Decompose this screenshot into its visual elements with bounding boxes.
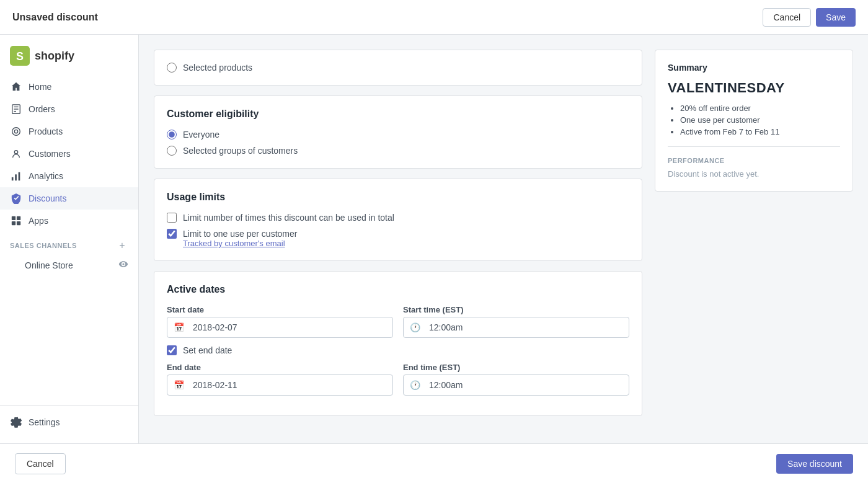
start-dates-grid: Start date 📅 Start time (EST) 🕐	[167, 305, 629, 338]
set-end-date-row: Set end date	[167, 345, 629, 355]
usage-limits-title: Usage limits	[167, 192, 629, 203]
end-dates-grid: End date 📅 End time (EST) 🕐	[167, 363, 629, 396]
start-date-calendar-icon: 📅	[167, 322, 190, 332]
set-end-date-label: Set end date	[183, 345, 232, 355]
end-time-input[interactable]	[427, 375, 629, 395]
start-time-field: Start time (EST) 🕐	[403, 305, 629, 338]
start-time-input-wrapper: 🕐	[403, 317, 629, 338]
summary-bullets: 20% off entire order One use per custome…	[668, 104, 840, 136]
sales-channels-label: SALES CHANNELS	[10, 242, 77, 249]
usage-limits-card: Usage limits Limit number of times this …	[154, 179, 642, 261]
settings-icon	[10, 416, 22, 428]
sales-channels-header: SALES CHANNELS +	[0, 232, 138, 254]
bottom-cancel-button[interactable]: Cancel	[15, 453, 66, 474]
sidebar-item-online-store[interactable]: Online Store	[0, 254, 138, 276]
logo-text: shopify	[35, 50, 74, 63]
sidebar-item-settings[interactable]: Settings	[0, 411, 138, 433]
limit-total-option[interactable]: Limit number of times this discount can …	[167, 213, 629, 223]
sidebar-item-apps[interactable]: Apps	[0, 210, 138, 232]
sidebar-item-discounts[interactable]: Discounts	[0, 187, 138, 210]
customer-eligibility-card: Selected products	[154, 50, 642, 86]
sidebar-item-discounts-label: Discounts	[29, 193, 66, 203]
start-date-input[interactable]	[190, 317, 392, 337]
summary-bullet-1: One use per customer	[680, 115, 840, 125]
set-end-date-checkbox[interactable]	[167, 345, 177, 355]
svg-rect-13	[17, 216, 20, 220]
sidebar-item-orders[interactable]: Orders	[0, 98, 138, 120]
customer-eligibility-radio-group: Everyone Selected groups of customers	[167, 130, 629, 156]
sidebar-item-customers[interactable]: Customers	[0, 143, 138, 165]
limit-total-checkbox[interactable]	[167, 213, 177, 223]
sidebar-item-home-label: Home	[29, 82, 51, 92]
end-time-input-wrapper: 🕐	[403, 374, 629, 396]
shopify-logo-icon: S	[10, 46, 30, 66]
topbar-save-button[interactable]: Save	[816, 8, 856, 27]
end-date-input-wrapper: 📅	[167, 374, 393, 396]
svg-rect-10	[15, 174, 17, 180]
add-sales-channel-button[interactable]: +	[116, 239, 128, 252]
end-date-calendar-icon: 📅	[167, 380, 190, 390]
everyone-option[interactable]: Everyone	[167, 130, 629, 140]
tracked-by-email-link[interactable]: Tracked by customer's email	[183, 239, 629, 248]
limit-per-customer-label: Limit to one use per customer	[183, 229, 297, 239]
customers-icon	[10, 148, 22, 160]
summary-title: Summary	[668, 63, 840, 73]
limit-total-label: Limit number of times this discount can …	[183, 213, 394, 223]
start-date-field: Start date 📅	[167, 305, 393, 338]
svg-point-7	[14, 130, 17, 133]
selected-groups-option[interactable]: Selected groups of customers	[167, 146, 629, 156]
selected-groups-radio[interactable]	[167, 146, 177, 156]
start-time-input[interactable]	[427, 317, 629, 337]
topbar: Unsaved discount Cancel Save	[0, 0, 868, 35]
page-title: Unsaved discount	[12, 12, 98, 23]
limit-per-customer-option[interactable]: Limit to one use per customer	[167, 229, 629, 239]
performance-label: PERFORMANCE	[668, 157, 840, 164]
main-layout: S shopify Home Orders Products	[0, 35, 868, 443]
sidebar-item-orders-label: Orders	[29, 104, 55, 114]
set-end-date-option[interactable]: Set end date	[167, 345, 629, 355]
svg-text:S: S	[16, 50, 24, 63]
usage-limits-checkbox-group: Limit number of times this discount can …	[167, 213, 629, 248]
sidebar-logo: S shopify	[0, 40, 138, 76]
summary-discount-code: VALENTINESDAY	[668, 80, 840, 96]
products-icon	[10, 125, 22, 138]
selected-products-radio[interactable]	[167, 63, 177, 73]
svg-rect-14	[12, 221, 16, 225]
svg-rect-15	[17, 221, 20, 225]
home-icon	[10, 81, 22, 93]
start-time-label: Start time (EST)	[403, 305, 629, 314]
active-dates-card: Active dates Start date 📅 Start time (ES…	[154, 271, 642, 416]
topbar-actions: Cancel Save	[763, 8, 856, 27]
performance-text: Discount is not active yet.	[668, 169, 840, 179]
customer-eligibility-section: Customer eligibility Everyone Selected g…	[154, 95, 642, 169]
summary-panel: Summary VALENTINESDAY 20% off entire ord…	[655, 50, 853, 192]
limit-per-customer-checkbox[interactable]	[167, 229, 177, 239]
topbar-cancel-button[interactable]: Cancel	[763, 8, 811, 27]
end-date-input[interactable]	[190, 375, 392, 395]
sidebar-item-analytics[interactable]: Analytics	[0, 165, 138, 187]
sidebar-item-online-store-label: Online Store	[25, 260, 73, 270]
summary-bullet-0: 20% off entire order	[680, 104, 840, 113]
form-area: Selected products Customer eligibility E…	[154, 50, 642, 416]
sidebar-item-apps-label: Apps	[29, 216, 48, 226]
svg-point-8	[14, 151, 17, 154]
svg-point-6	[12, 128, 20, 136]
start-date-label: Start date	[167, 305, 393, 314]
online-store-visibility-icon	[118, 259, 128, 271]
start-time-clock-icon: 🕐	[404, 322, 427, 332]
selected-products-option[interactable]: Selected products	[167, 63, 629, 73]
end-date-field: End date 📅	[167, 363, 393, 396]
end-time-clock-icon: 🕐	[404, 380, 427, 390]
apps-icon	[10, 215, 22, 227]
active-dates-title: Active dates	[167, 284, 629, 295]
svg-rect-12	[12, 216, 16, 220]
sidebar-item-products[interactable]: Products	[0, 120, 138, 143]
bottom-save-discount-button[interactable]: Save discount	[776, 454, 853, 474]
everyone-radio[interactable]	[167, 130, 177, 140]
sidebar-item-customers-label: Customers	[29, 149, 71, 159]
limit-per-customer-group: Limit to one use per customer Tracked by…	[167, 229, 629, 248]
svg-rect-9	[12, 177, 14, 180]
discounts-icon	[10, 192, 22, 205]
sidebar-settings-section: Settings	[0, 405, 138, 438]
sidebar-item-home[interactable]: Home	[0, 76, 138, 98]
